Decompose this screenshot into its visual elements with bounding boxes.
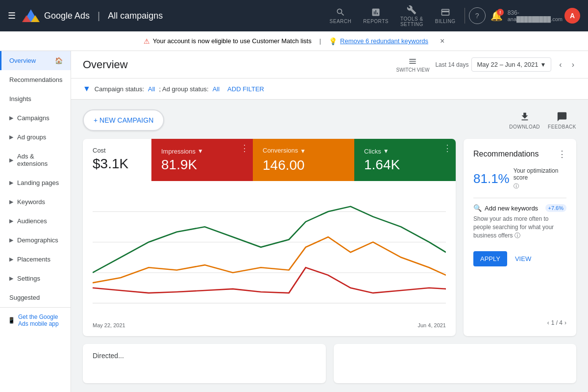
ad-groups-arrow: ▶ [9,134,13,140]
notification-link-2[interactable]: Remove 6 redundant keywords [340,37,428,45]
reports-label: REPORTS [363,19,389,24]
content-area: Overview SWITCH VIEW Last 14 days May 22… [71,51,588,392]
insights-label: Insights [9,95,31,103]
clicks-label: Clicks ▼ [364,148,446,155]
campaign-status-value[interactable]: All [148,85,155,93]
cost-value: $3.1K [93,156,142,172]
switch-view-label: SWITCH VIEW [396,67,430,73]
conversions-metric: Conversions ▼ 146.00 [253,139,354,181]
date-next-button[interactable]: › [570,58,576,71]
rec-help-icon[interactable]: ⓘ [514,232,520,239]
page-title: Overview [83,58,128,71]
chart-area: May 22, 2021 Jun 4, 2021 [83,181,456,336]
search-nav-button[interactable]: SEARCH [325,4,357,27]
sidebar-item-demographics[interactable]: ▶ Demographics [0,231,71,250]
date-range-dropdown[interactable]: May 22 – Jun 4, 2021 ▼ [471,57,551,72]
sidebar-item-insights[interactable]: Insights [0,89,71,108]
keywords-arrow: ▶ [9,199,13,205]
sidebar-item-ads-extensions[interactable]: ▶ Ads & extensions [0,147,71,173]
add-filter-button[interactable]: ADD FILTER [227,85,264,93]
download-button[interactable]: DOWNLOAD [509,111,540,130]
cost-metric: Cost $3.1K [83,139,151,181]
footer-label: Get the Google Ads mobile app [18,314,63,327]
google-ads-logo: Google Ads [22,8,90,23]
rec-suggestion-title: Add new keywords [485,205,542,212]
score-label: Your optimization score [514,167,566,181]
rec-pagination: ‹ 1 / 4 › [473,314,566,326]
sidebar: Overview 🏠 Recommendations Insights ▶ Ca… [0,51,71,392]
main-layout: Overview 🏠 Recommendations Insights ▶ Ca… [0,51,588,392]
account-email: ana█████████.com [508,16,563,22]
sidebar-item-ad-groups[interactable]: ▶ Ad groups [0,128,71,147]
tools-nav-button[interactable]: TOOLS &SETTING [395,2,428,30]
alert-icon: ⚠ [144,37,150,45]
sidebar-item-placements[interactable]: ▶ Placements [0,250,71,269]
conversions-label: Conversions ▼ [263,147,344,156]
view-button[interactable]: VIEW [511,251,535,266]
landing-label: Landing pages [17,179,59,186]
switch-view-button[interactable]: SWITCH VIEW [396,56,430,73]
impressions-value: 81.9K [161,157,243,173]
conversions-dropdown[interactable]: ▼ [300,148,306,155]
rec-more-button[interactable]: ⋮ [558,149,566,159]
sidebar-item-recommendations[interactable]: Recommendations [0,70,71,89]
apply-button[interactable]: APPLY [473,251,507,266]
score-help-icon[interactable]: ⓘ [514,183,519,189]
toolbar-right: DOWNLOAD FEEDBACK [509,111,576,130]
bottom-cards-row: Directed... [83,344,576,383]
cost-label: Cost [93,147,142,154]
sidebar-item-landing-pages[interactable]: ▶ Landing pages [0,173,71,192]
user-avatar[interactable]: A [564,8,580,24]
header-controls: SWITCH VIEW Last 14 days May 22 – Jun 4,… [396,56,576,73]
sidebar-item-overview[interactable]: Overview 🏠 [0,51,71,70]
settings-label: Settings [17,275,40,282]
sidebar-item-keywords[interactable]: ▶ Keywords [0,192,71,211]
chart-card: Cost $3.1K Impressions ▼ 81.9K ⋮ [83,139,456,336]
clicks-dropdown[interactable]: ▼ [383,148,389,155]
sidebar-item-audiences[interactable]: ▶ Audiences [0,211,71,231]
top-navigation: ☰ Google Ads | All campaigns SEARCH REPO… [0,0,588,31]
notification-close-button[interactable]: × [440,37,444,46]
chart-more-button[interactable]: ⋮ [443,143,452,154]
keyword-icon: 💡 [329,37,337,45]
notification-badge: ! [497,9,504,16]
conversions-value: 146.00 [263,157,344,173]
rec-prev-button[interactable]: ‹ [547,319,549,326]
notifications-button[interactable]: 🔔 ! [490,10,503,22]
sidebar-item-suggested[interactable]: Suggested [0,288,71,307]
date-prev-button[interactable]: ‹ [557,58,564,71]
chart-x-end: Jun 4, 2021 [418,322,446,328]
campaigns-label: Campaigns [17,114,49,122]
billing-nav-button[interactable]: BILLING [430,4,461,27]
billing-label: BILLING [435,19,456,24]
feedback-button[interactable]: FEEDBACK [548,111,576,130]
recommendations-label: Recommendations [9,76,62,83]
sidebar-item-settings[interactable]: ▶ Settings [0,269,71,288]
audiences-label: Audiences [17,217,47,225]
rec-next-button[interactable]: › [564,319,566,326]
feedback-label: FEEDBACK [548,124,576,130]
mobile-icon: 📱 [8,317,15,324]
optimization-score: 81.1% Your optimization score ⓘ [473,167,566,190]
date-range-selector[interactable]: Last 14 days May 22 – Jun 4, 2021 ▼ [435,57,551,72]
rec-description: Show your ads more often to people searc… [473,215,566,239]
recommendations-card: Recommendations ⋮ 81.1% Your optimizatio… [464,139,576,336]
impressions-more[interactable]: ⋮ [240,143,249,154]
new-campaign-button[interactable]: + NEW CAMPAIGN [83,109,164,131]
download-label: DOWNLOAD [509,124,540,130]
settings-arrow: ▶ [9,275,13,282]
impressions-dropdown[interactable]: ▼ [197,148,203,155]
sidebar-item-campaigns[interactable]: ▶ Campaigns [0,108,71,128]
hamburger-menu[interactable]: ☰ [8,10,16,21]
help-button[interactable]: ? [469,7,486,24]
mobile-app-footer[interactable]: 📱 Get the Google Ads mobile app [0,307,71,333]
bottom-card-2 [334,344,577,383]
notification-separator: | [319,37,321,45]
main-content: + NEW CAMPAIGN DOWNLOAD FEEDBACK [71,100,588,392]
cards-row: Cost $3.1K Impressions ▼ 81.9K ⋮ [83,139,576,336]
reports-nav-button[interactable]: REPORTS [358,4,393,27]
adgroup-status-value[interactable]: All [213,85,220,93]
date-range-value: May 22 – Jun 4, 2021 [477,61,538,68]
bottom-card-1: Directed... [83,344,326,383]
filter-icon: ▼ [83,84,91,93]
